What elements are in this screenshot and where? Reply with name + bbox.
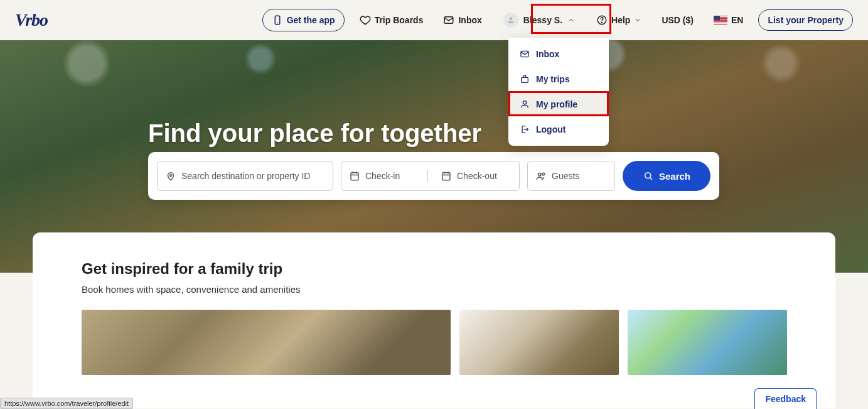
user-menu-item-label: Logout — [536, 124, 565, 134]
inbox-label: Inbox — [458, 15, 481, 25]
language-selector[interactable]: EN — [709, 11, 748, 29]
hero-headline: Find your place for together — [148, 119, 481, 148]
language-label: EN — [731, 15, 743, 25]
pin-icon — [165, 170, 176, 182]
guests-input[interactable]: Guests — [527, 161, 615, 191]
user-name: Blessy S. — [523, 15, 562, 25]
vrbo-logo[interactable]: Vrbo — [15, 10, 48, 30]
chevron-up-icon — [567, 16, 575, 24]
search-button[interactable]: Search — [623, 161, 710, 191]
search-bar: Search destination or property ID Check-… — [148, 152, 719, 200]
inspiration-title: Get inspired for a family trip — [82, 260, 786, 278]
user-dropdown: Inbox My trips My profile Logout — [508, 38, 609, 146]
svg-point-20 — [645, 173, 651, 178]
checkin-placeholder: Check-in — [365, 171, 400, 181]
avatar-icon — [503, 13, 518, 28]
guests-placeholder: Guests — [552, 171, 579, 181]
suitcase-icon — [520, 74, 530, 84]
feedback-button[interactable]: Feedback — [754, 388, 817, 408]
inspiration-tiles — [82, 310, 786, 375]
search-button-label: Search — [659, 171, 690, 182]
inspiration-tile[interactable] — [459, 310, 619, 375]
help-link[interactable]: Help — [591, 11, 646, 30]
svg-rect-10 — [351, 173, 358, 180]
inspiration-subtitle: Book homes with space, convenience and a… — [82, 284, 786, 295]
svg-point-5 — [601, 22, 602, 23]
list-your-property-label: List your Property — [768, 15, 844, 25]
currency-selector[interactable]: USD ($) — [656, 11, 699, 29]
calendar-icon — [349, 170, 360, 182]
svg-point-19 — [542, 173, 545, 175]
header-nav: Get the app Trip Boards Inbox Blessy S. — [262, 9, 853, 31]
site-header: Vrbo Get the app Trip Boards Inbox Bless… — [0, 0, 868, 40]
svg-rect-14 — [442, 173, 450, 180]
destination-placeholder: Search destination or property ID — [181, 171, 310, 181]
currency-label: USD ($) — [662, 15, 694, 25]
user-menu-item-label: My trips — [536, 74, 570, 84]
calendar-icon — [441, 170, 452, 182]
people-icon — [535, 170, 547, 182]
envelope-icon — [443, 14, 454, 26]
user-menu-my-trips[interactable]: My trips — [508, 67, 609, 92]
envelope-icon — [520, 49, 530, 59]
inbox-link[interactable]: Inbox — [438, 11, 486, 30]
phone-icon — [272, 14, 283, 26]
user-menu-my-profile[interactable]: My profile — [508, 92, 609, 117]
heart-icon — [360, 14, 371, 26]
user-menu-trigger[interactable]: Blessy S. — [497, 10, 581, 30]
svg-point-18 — [538, 173, 542, 177]
help-icon — [596, 14, 608, 26]
user-menu-item-label: My profile — [536, 99, 577, 109]
get-the-app-button[interactable]: Get the app — [262, 9, 345, 31]
svg-rect-7 — [522, 77, 528, 82]
logout-icon — [520, 124, 530, 134]
chevron-down-icon — [634, 16, 641, 24]
trip-boards-label: Trip Boards — [375, 15, 424, 25]
inspiration-tile[interactable] — [628, 310, 787, 375]
svg-line-21 — [650, 178, 652, 180]
us-flag-icon — [714, 16, 727, 25]
person-icon — [520, 99, 530, 109]
inspiration-tile[interactable] — [82, 310, 451, 375]
checkout-placeholder: Check-out — [457, 171, 497, 181]
list-your-property-button[interactable]: List your Property — [758, 9, 853, 31]
help-label: Help — [611, 15, 630, 25]
svg-point-3 — [509, 17, 512, 20]
checkout-input[interactable]: Check-out — [433, 170, 519, 182]
trip-boards-link[interactable]: Trip Boards — [355, 11, 429, 30]
search-icon — [643, 170, 654, 182]
inspiration-section: Get inspired for a family trip Book home… — [33, 232, 835, 408]
user-menu-item-label: Inbox — [536, 49, 559, 59]
get-the-app-label: Get the app — [287, 15, 335, 25]
user-menu-logout[interactable]: Logout — [508, 117, 609, 142]
svg-point-9 — [170, 175, 172, 177]
user-menu-inbox[interactable]: Inbox — [508, 41, 609, 67]
destination-input[interactable]: Search destination or property ID — [157, 161, 333, 191]
svg-point-8 — [523, 101, 526, 104]
browser-status-url: https://www.vrbo.com/traveler/profile/ed… — [0, 398, 133, 408]
date-range-input: Check-in Check-out — [341, 161, 520, 191]
checkin-input[interactable]: Check-in — [341, 170, 428, 182]
